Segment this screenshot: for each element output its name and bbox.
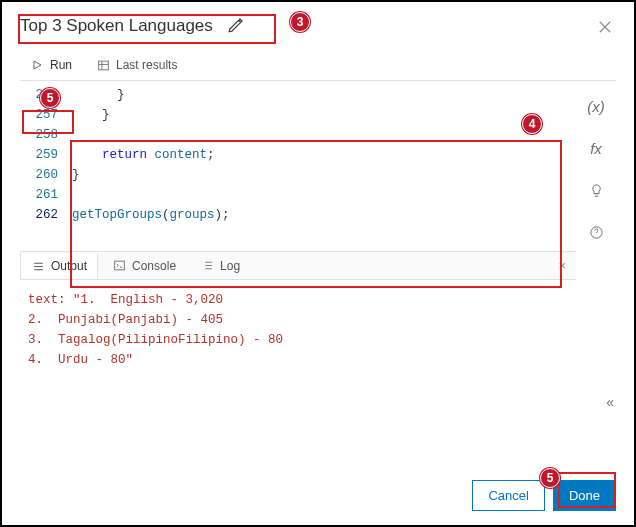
run-button[interactable]: Run: [20, 54, 82, 76]
done-button[interactable]: Done: [553, 480, 616, 511]
cancel-button[interactable]: Cancel: [472, 480, 544, 511]
tab-log-label: Log: [220, 259, 240, 273]
title-wrap: Top 3 Spoken Languages: [20, 14, 245, 38]
output-icon: [31, 259, 45, 273]
lightbulb-icon[interactable]: [589, 177, 604, 203]
tab-output-label: Output: [51, 259, 87, 273]
pencil-icon[interactable]: [227, 16, 245, 37]
close-icon[interactable]: [596, 18, 614, 39]
main-area: Run Last results 256257258259260261262 }…: [2, 48, 634, 390]
help-icon[interactable]: [589, 219, 604, 245]
svg-rect-2: [114, 261, 124, 270]
results-icon: [96, 58, 110, 72]
output-line: 3. Tagalog(PilipinoFilipino) - 80: [28, 330, 568, 350]
run-label: Run: [50, 58, 72, 72]
output-tabs: Output Console Log ×: [20, 251, 576, 280]
dialog-footer: Cancel Done: [472, 480, 616, 511]
tab-console-label: Console: [132, 259, 176, 273]
svg-rect-0: [98, 61, 108, 70]
tab-console[interactable]: Console: [102, 253, 186, 279]
tab-log[interactable]: Log: [190, 253, 250, 279]
editor-sidebar: (x) fx: [576, 81, 616, 245]
functions-icon[interactable]: fx: [590, 135, 602, 161]
dialog-header: Top 3 Spoken Languages: [2, 2, 634, 48]
code-body[interactable]: } } return content;}getTopGroups(groups)…: [66, 81, 576, 229]
variables-icon[interactable]: (x): [587, 93, 605, 119]
code-editor[interactable]: 256257258259260261262 } } return content…: [20, 81, 576, 229]
output-line: 4. Urdu - 80": [28, 350, 568, 370]
last-results-button[interactable]: Last results: [86, 54, 187, 76]
output-close-icon[interactable]: ×: [548, 252, 576, 279]
output-line: 2. Punjabi(Panjabi) - 405: [28, 310, 568, 330]
output-line: text: "1. English - 3,020: [28, 290, 568, 310]
expression-title: Top 3 Spoken Languages: [20, 14, 213, 38]
output-panel: text: "1. English - 3,0202. Punjabi(Panj…: [20, 280, 576, 390]
collapse-chevron-icon[interactable]: «: [606, 394, 614, 410]
editor-toolbar: Run Last results: [20, 48, 616, 81]
console-icon: [112, 259, 126, 273]
editor-row: 256257258259260261262 } } return content…: [20, 81, 616, 245]
play-icon: [30, 58, 44, 72]
line-gutter: 256257258259260261262: [20, 81, 66, 229]
log-icon: [200, 259, 214, 273]
tab-output[interactable]: Output: [20, 253, 98, 279]
last-results-label: Last results: [116, 58, 177, 72]
